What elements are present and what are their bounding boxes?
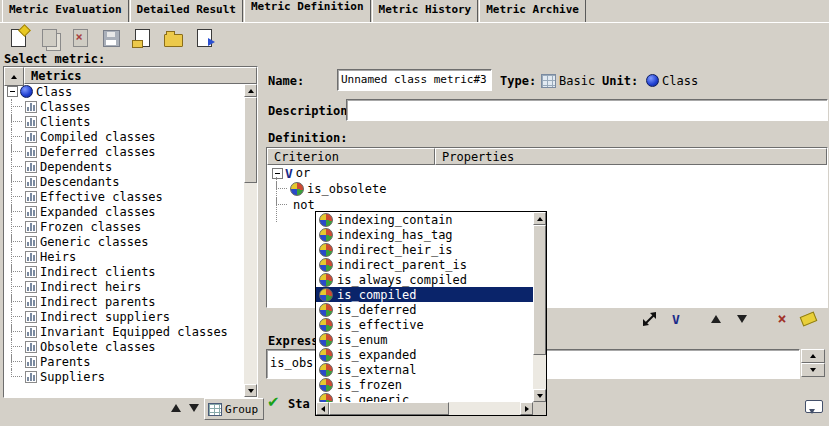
properties-column-header[interactable]: Properties: [435, 148, 827, 165]
tree-item[interactable]: Descendants: [4, 174, 244, 189]
move-metric-up-button[interactable]: [168, 400, 184, 416]
comment-button[interactable]: [801, 393, 826, 419]
dropdown-item[interactable]: is_external: [316, 362, 533, 377]
dropdown-item[interactable]: indirect_heir_is: [316, 242, 533, 257]
tab-metric-definition[interactable]: Metric Definition: [244, 0, 371, 22]
dropdown-item[interactable]: is_enum: [316, 332, 533, 347]
move-criterion-up-button[interactable]: [706, 310, 726, 328]
tree-item-label: Effective classes: [37, 190, 163, 204]
name-input[interactable]: Unnamed class metric#3: [337, 69, 492, 91]
tree-item-label: Descendants: [37, 175, 119, 189]
import-metrics-button[interactable]: [130, 27, 154, 49]
scroll-right-button[interactable]: [520, 402, 533, 415]
dropdown-item[interactable]: indexing_contain: [316, 212, 533, 227]
criterion-column-header[interactable]: Criterion: [267, 148, 435, 165]
tree-item-class-root[interactable]: Class: [4, 84, 244, 99]
tree-item[interactable]: Deferred classes: [4, 144, 244, 159]
description-input[interactable]: [346, 99, 828, 121]
dropdown-item[interactable]: is_effective: [316, 317, 533, 332]
metrics-column-header[interactable]: Metrics: [24, 67, 257, 84]
dropdown-item[interactable]: is_deferred: [316, 302, 533, 317]
tree-item-label: Indirect suppliers: [37, 310, 170, 324]
erase-criterion-button[interactable]: [798, 310, 818, 328]
export-metric-icon: [197, 29, 212, 47]
expression-scroll-down-button[interactable]: [801, 363, 825, 377]
dropdown-item[interactable]: is_expanded: [316, 347, 533, 362]
tree-item[interactable]: Obsolete classes: [4, 339, 244, 354]
scroll-down-button[interactable]: [244, 384, 257, 397]
scrollbar-thumb[interactable]: [329, 402, 449, 415]
swap-criterion-button[interactable]: [640, 310, 660, 328]
metric-icon: [25, 251, 37, 263]
dropdown-item[interactable]: indexing_has_tag: [316, 227, 533, 242]
tab-metric-archive[interactable]: Metric Archive: [479, 0, 586, 22]
scroll-up-button[interactable]: [244, 84, 257, 97]
scroll-left-button[interactable]: [316, 402, 329, 415]
scrollbar-thumb[interactable]: [244, 97, 257, 183]
tree-item[interactable]: Indirect parents: [4, 294, 244, 309]
delete-metric-button[interactable]: ×: [68, 27, 92, 49]
dropdown-item[interactable]: is_frozen: [316, 377, 533, 392]
tree-item-label: Clients: [37, 115, 91, 129]
expression-scroll-up-button[interactable]: [801, 349, 825, 363]
dropdown-item[interactable]: indirect_parent_is: [316, 257, 533, 272]
collapse-icon[interactable]: [272, 168, 283, 179]
move-metric-down-button[interactable]: [186, 400, 202, 416]
copy-metric-icon: [42, 29, 57, 47]
or-operator-button[interactable]: V: [666, 310, 686, 328]
class-unit-icon: [646, 74, 659, 87]
tree-item[interactable]: Indirect suppliers: [4, 309, 244, 324]
tree-connector: [11, 219, 22, 227]
move-criterion-down-button[interactable]: [732, 310, 752, 328]
criterion-row-or[interactable]: V or: [267, 165, 827, 181]
tree-item[interactable]: Dependents: [4, 159, 244, 174]
open-metric-archive-button[interactable]: [161, 27, 185, 49]
tab-metric-history[interactable]: Metric History: [372, 0, 479, 22]
tree-item[interactable]: Parents: [4, 354, 244, 369]
tree-item[interactable]: Indirect heirs: [4, 279, 244, 294]
tree-item[interactable]: Clients: [4, 114, 244, 129]
tree-item[interactable]: Frozen classes: [4, 219, 244, 234]
tree-vertical-scrollbar[interactable]: [244, 84, 257, 397]
tree-item[interactable]: Indirect clients: [4, 264, 244, 279]
dropdown-item-label: is_deferred: [337, 303, 416, 317]
tree-item[interactable]: Effective classes: [4, 189, 244, 204]
tree-connector: [11, 279, 22, 287]
dropdown-item[interactable]: is_generic: [316, 392, 533, 402]
metric-icon: [25, 206, 37, 218]
scroll-down-button[interactable]: [533, 389, 546, 402]
tree-item[interactable]: Heirs: [4, 249, 244, 264]
tree-item-label: Class: [33, 85, 72, 99]
tab-detailed-result[interactable]: Detailed Result: [130, 0, 243, 22]
tree-connector: [11, 324, 22, 332]
tree-connector: [11, 159, 22, 167]
tree-item[interactable]: Invariant Equipped classes: [4, 324, 244, 339]
criterion-row-is-obsolete[interactable]: is_obsolete: [267, 181, 827, 197]
tree-item[interactable]: Compiled classes: [4, 129, 244, 144]
export-metrics-button[interactable]: [192, 27, 216, 49]
metric-tool-window: Metric Evaluation Detailed Result Metric…: [0, 0, 829, 426]
tree-connector: [11, 339, 22, 347]
dropdown-item-selected[interactable]: is_compiled: [316, 287, 533, 302]
group-toggle-button[interactable]: Group: [204, 398, 264, 420]
collapse-icon[interactable]: [7, 86, 18, 97]
dropdown-item-label: is_generic: [337, 393, 409, 403]
dropdown-vertical-scrollbar[interactable]: [533, 212, 546, 402]
new-metric-button[interactable]: [6, 27, 30, 49]
tree-item[interactable]: Classes: [4, 99, 244, 114]
move-up-icon: [711, 315, 721, 323]
scrollbar-thumb[interactable]: [533, 225, 546, 355]
tree-item[interactable]: Generic classes: [4, 234, 244, 249]
metric-icon: [25, 116, 37, 128]
scroll-up-button[interactable]: [533, 212, 546, 225]
dropdown-item[interactable]: is_always_compiled: [316, 272, 533, 287]
save-metric-button[interactable]: [99, 27, 123, 49]
tree-item[interactable]: Expanded classes: [4, 204, 244, 219]
delete-criterion-button[interactable]: ×: [772, 310, 792, 328]
dropdown-horizontal-scrollbar[interactable]: [316, 402, 533, 415]
name-label: Name:: [268, 74, 304, 88]
tree-item[interactable]: Suppliers: [4, 369, 244, 384]
tab-metric-evaluation[interactable]: Metric Evaluation: [2, 0, 129, 22]
metric-icon: [25, 221, 37, 233]
copy-metric-button[interactable]: [37, 27, 61, 49]
